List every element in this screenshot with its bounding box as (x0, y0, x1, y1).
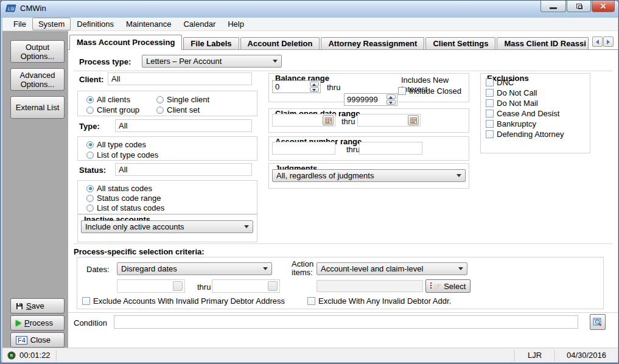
client-value-field[interactable]: All (108, 72, 252, 85)
condition-input[interactable] (114, 315, 578, 329)
process-type-dropdown[interactable]: Letters – Per Account (142, 55, 282, 68)
main-content: Mass Account Processing File Labels Acco… (68, 31, 618, 348)
tab-mass-account-processing[interactable]: Mass Account Processing (69, 35, 182, 50)
exclude-invalid-primary-address-checkbox[interactable]: Exclude Accounts With Invalid Primary De… (82, 296, 285, 306)
criteria-date-to-field[interactable] (212, 279, 280, 293)
tab-scroll-left-button[interactable] (592, 37, 603, 47)
status-value: All (119, 165, 127, 174)
minimize-button[interactable] (540, 1, 566, 12)
criteria-date-from-field[interactable] (117, 279, 185, 293)
radio-single-client[interactable]: Single client (156, 95, 209, 104)
balance-from-spinner[interactable]: 0 (272, 80, 321, 93)
radio-client-group[interactable]: Client group (86, 105, 139, 114)
spin-down-icon[interactable] (386, 100, 396, 105)
claim-date-from-field[interactable] (272, 114, 335, 127)
advanced-options-button[interactable]: Advanced Options... (10, 68, 65, 91)
claim-date-to-field[interactable] (357, 114, 421, 127)
radio-all-type-codes[interactable]: All type codes (86, 140, 146, 149)
tab-account-deletion[interactable]: Account Deletion (240, 37, 320, 50)
save-button[interactable]: Save (10, 298, 65, 313)
exclusion-do-not-call-checkbox[interactable]: Do Not Call (486, 88, 537, 97)
include-closed-checkbox[interactable]: Include Closed (398, 86, 461, 96)
calendar-button[interactable] (323, 115, 334, 125)
account-number-from-field[interactable] (272, 142, 335, 155)
spin-down-icon[interactable] (310, 87, 319, 92)
exclusion-do-not-mail-checkbox[interactable]: Do Not Mail (486, 99, 538, 108)
calendar-button[interactable] (408, 115, 419, 125)
criteria-title: Process-specific selection criteria: (74, 247, 205, 256)
judgments-group: Judgments All, regardless of judgments (268, 163, 469, 189)
tab-strip: Mass Account Processing File Labels Acco… (69, 35, 590, 50)
type-value: All (119, 121, 127, 130)
menu-calendar[interactable]: Calendar (177, 18, 222, 30)
tab-scroll-right-button[interactable] (603, 37, 614, 47)
exclusion-bankruptcy-checkbox[interactable]: Bankruptcy (486, 119, 536, 128)
account-number-to-field[interactable] (359, 142, 422, 155)
judgments-dropdown[interactable]: All, regardless of judgments (272, 169, 466, 182)
criteria-box: Dates: Disregard dates Action items: Acc… (77, 257, 604, 309)
exclude-any-invalid-address-checkbox[interactable]: Exclude With Any Invalid Debtor Addr. (307, 296, 451, 306)
floppy-disk-icon (16, 303, 23, 310)
balance-to-value: 9999999 (347, 95, 378, 104)
radio-icon (156, 96, 164, 103)
tab-client-settings[interactable]: Client Settings (425, 37, 495, 50)
select-button[interactable]: ☞ Select (425, 279, 470, 293)
balance-to-spinner[interactable]: 9999999 (344, 93, 397, 106)
exclusions-group: Exclusions DNC Do Not Call Do Not Mail C… (480, 73, 590, 153)
pointing-hand-icon: ☞ (434, 282, 442, 290)
menu-file[interactable]: File (7, 18, 32, 30)
spin-up-icon[interactable] (310, 82, 319, 86)
tab-file-labels[interactable]: File Labels (183, 37, 239, 50)
play-icon (16, 320, 21, 326)
condition-lookup-button[interactable] (590, 314, 606, 330)
status-value-field[interactable]: All (115, 163, 252, 176)
process-type-label: Process type: (79, 57, 131, 66)
menu-definitions[interactable]: Definitions (71, 18, 120, 30)
radio-icon (86, 141, 94, 149)
inactive-accounts-group: Inactive accounts Include only active ac… (77, 214, 257, 242)
radio-all-clients[interactable]: All clients (86, 95, 130, 104)
action-items-dropdown[interactable]: Account-level and claim-level (316, 262, 467, 275)
radio-status-code-range[interactable]: Status code range (86, 194, 161, 203)
action-items-label-line2: items: (292, 268, 313, 277)
elapsed-time: 00:01:22 (19, 351, 51, 360)
tab-attorney-reassignment[interactable]: Attorney Reassignment (321, 37, 424, 50)
separator-line (68, 312, 618, 313)
condition-label: Condition (74, 318, 107, 327)
radio-list-of-status-codes[interactable]: List of status codes (86, 203, 164, 212)
action-selection-field (316, 280, 423, 292)
type-label: Type: (79, 122, 100, 131)
close-button[interactable]: ✕ (592, 1, 615, 12)
exclusion-cease-and-desist-checkbox[interactable]: Cease And Desist (486, 109, 559, 118)
separator-line (74, 71, 612, 71)
menu-help[interactable]: Help (222, 18, 250, 30)
arrow-right-icon (607, 40, 610, 44)
status-label: Status: (79, 166, 106, 175)
minimize-icon (550, 7, 557, 9)
inactive-accounts-dropdown[interactable]: Include only active accounts (81, 220, 253, 233)
dates-value: Disregard dates (121, 264, 177, 273)
checkbox-icon (486, 110, 494, 117)
output-options-button[interactable]: Output Options... (10, 40, 65, 63)
inactive-accounts-value: Include only active accounts (85, 222, 184, 231)
exclusion-dnc-checkbox[interactable]: DNC (486, 78, 514, 87)
type-value-field[interactable]: All (115, 119, 252, 132)
dates-dropdown[interactable]: Disregard dates (117, 262, 272, 275)
sidebar: Output Options... Advanced Options... Ex… (2, 31, 68, 348)
status-led-icon (7, 351, 16, 360)
restore-button[interactable] (567, 1, 591, 12)
account-number-range-group: Account number range thru (268, 136, 469, 161)
action-items-value: Account-level and claim-level (321, 264, 423, 273)
external-list-button[interactable]: External List (10, 96, 65, 119)
menu-maintenance[interactable]: Maintenance (120, 18, 177, 30)
process-button[interactable]: Process (10, 315, 65, 331)
close-form-button[interactable]: F4 Close (10, 332, 65, 348)
radio-all-status-codes[interactable]: All status codes (86, 184, 152, 193)
calendar-button-disabled (268, 281, 278, 291)
radio-client-set[interactable]: Client set (156, 105, 200, 114)
radio-list-of-type-codes[interactable]: List of type codes (86, 150, 158, 159)
exclusion-defending-attorney-checkbox[interactable]: Defending Attorney (486, 130, 564, 139)
tab-mass-client-id-reassignment[interactable]: Mass Client ID Reassi (497, 37, 589, 50)
spin-up-icon[interactable] (386, 94, 396, 99)
menu-system[interactable]: System (32, 18, 71, 30)
